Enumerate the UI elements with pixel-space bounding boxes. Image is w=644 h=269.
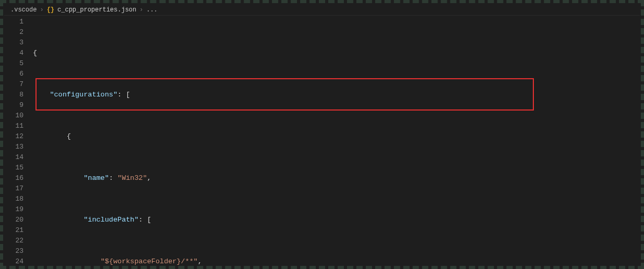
line-number: 24 — [4, 256, 33, 265]
line-number: 22 — [4, 236, 33, 246]
breadcrumb[interactable]: .vscode › {} c_cpp_properties.json › ... — [4, 4, 640, 16]
line-number: 13 — [4, 142, 33, 152]
line-number: 11 — [4, 121, 33, 131]
line-number: 21 — [4, 225, 33, 236]
line-number: 19 — [4, 204, 33, 215]
json-key: "includePath" — [84, 216, 138, 224]
json-key: "name" — [84, 174, 109, 182]
line-number: 16 — [4, 173, 33, 184]
code-line[interactable]: "includePath": [ — [33, 215, 640, 225]
line-number: 14 — [4, 152, 33, 163]
editor-window: .vscode › {} c_cpp_properties.json › ...… — [0, 0, 644, 269]
indent — [33, 132, 67, 140]
line-number: 9 — [4, 100, 33, 111]
code-line[interactable]: { — [33, 131, 640, 142]
delim: , — [198, 258, 202, 265]
json-string: "${workspaceFolder}/**" — [101, 258, 198, 265]
indent — [33, 258, 101, 265]
code-line[interactable]: "${workspaceFolder}/**", — [33, 256, 640, 265]
line-number: 10 — [4, 111, 33, 121]
breadcrumb-sep-icon: › — [139, 6, 143, 14]
line-number: 3 — [4, 38, 33, 48]
code-area[interactable]: { "configurations": [ { "name": "Win32",… — [33, 16, 640, 265]
line-number: 23 — [4, 246, 33, 256]
brace: { — [33, 49, 37, 57]
json-file-icon: {} — [47, 6, 54, 14]
line-number: 4 — [4, 48, 33, 58]
line-number: 6 — [4, 69, 33, 79]
line-number: 20 — [4, 215, 33, 225]
delim: : [ — [117, 91, 130, 99]
json-string: "Win32" — [117, 174, 147, 182]
delim: : [ — [139, 216, 151, 224]
line-number-gutter: 123456789101112131415161718192021222324 — [4, 16, 33, 265]
code-editor[interactable]: 123456789101112131415161718192021222324 … — [4, 16, 640, 265]
line-number: 8 — [4, 90, 33, 100]
breadcrumb-sep-icon: › — [40, 6, 43, 14]
line-number: 12 — [4, 131, 33, 142]
indent — [33, 216, 84, 224]
breadcrumb-folder[interactable]: .vscode — [10, 6, 37, 14]
delim: , — [147, 174, 151, 182]
breadcrumb-tail[interactable]: ... — [146, 6, 158, 14]
brace: { — [67, 132, 71, 140]
code-line[interactable]: "configurations": [ — [33, 90, 640, 100]
line-number: 1 — [4, 17, 33, 27]
json-key: "configurations" — [50, 91, 117, 99]
code-line[interactable]: { — [33, 48, 640, 58]
code-line[interactable]: "name": "Win32", — [33, 173, 640, 184]
line-number: 5 — [4, 58, 33, 69]
breadcrumb-file[interactable]: c_cpp_properties.json — [57, 6, 136, 14]
line-number: 15 — [4, 163, 33, 173]
delim: : — [109, 174, 117, 182]
line-number: 7 — [4, 79, 33, 90]
editor-inner: .vscode › {} c_cpp_properties.json › ...… — [4, 4, 640, 265]
indent — [33, 91, 50, 99]
line-number: 18 — [4, 194, 33, 204]
indent — [33, 174, 84, 182]
line-number: 2 — [4, 27, 33, 38]
line-number: 17 — [4, 184, 33, 194]
